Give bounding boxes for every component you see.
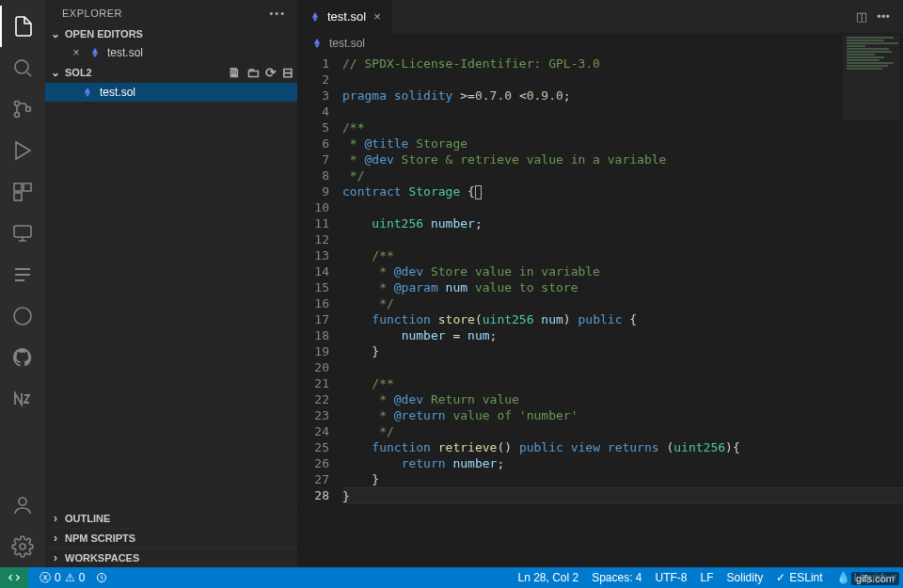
watermark: gifs.com — [851, 572, 899, 585]
chevron-right-icon: › — [49, 512, 62, 525]
solidity-file-icon — [81, 86, 94, 99]
refresh-icon[interactable]: ⟳ — [265, 65, 277, 80]
svg-rect-5 — [24, 183, 31, 191]
status-spaces[interactable]: Spaces: 4 — [592, 571, 642, 584]
explorer-title: EXPLORER — [62, 8, 122, 19]
collapse-icon[interactable]: ⊟ — [282, 65, 293, 80]
error-icon: ⓧ — [40, 570, 51, 586]
settings-gear-icon[interactable] — [0, 526, 45, 567]
svg-point-1 — [15, 102, 20, 106]
workspaces-label: WORKSPACES — [65, 552, 139, 564]
activity-bar — [0, 0, 45, 567]
svg-rect-7 — [14, 226, 31, 237]
chevron-down-icon: ⌄ — [49, 27, 62, 40]
solidity-icon[interactable] — [0, 295, 45, 337]
new-file-icon[interactable]: 🗎 — [228, 65, 241, 80]
status-language[interactable]: Solidity — [727, 571, 764, 584]
remote-explorer-icon[interactable] — [0, 213, 45, 254]
svg-point-2 — [15, 113, 20, 118]
code-editor[interactable]: 1234567891011121314151617181920212223242… — [297, 54, 903, 567]
github-icon[interactable] — [0, 337, 45, 378]
chevron-down-icon: ⌄ — [49, 66, 62, 79]
explorer-more-icon[interactable]: ••• — [269, 8, 286, 19]
npm-scripts-label: NPM SCRIPTS — [65, 532, 135, 544]
svg-point-0 — [15, 60, 28, 73]
minimap[interactable] — [843, 36, 899, 120]
npm-scripts-section[interactable]: › NPM SCRIPTS — [45, 528, 297, 548]
file-name-label: test.sol — [100, 86, 135, 99]
status-problems[interactable]: ⓧ0 ⚠0 — [40, 570, 85, 586]
editor-tab[interactable]: test.sol × — [297, 0, 393, 33]
open-editors-label: OPEN EDITORS — [65, 28, 143, 40]
n2-icon[interactable] — [0, 378, 45, 420]
svg-rect-4 — [14, 183, 22, 191]
breadcrumb[interactable]: test.sol — [297, 33, 903, 54]
solidity-file-icon — [309, 10, 322, 24]
status-eol[interactable]: LF — [701, 571, 714, 584]
run-icon[interactable] — [0, 130, 45, 171]
status-ports[interactable] — [96, 572, 107, 583]
outline-label: OUTLINE — [65, 513, 110, 524]
outline-section[interactable]: › OUTLINE — [45, 508, 297, 528]
svg-point-9 — [19, 498, 26, 505]
search-icon[interactable] — [0, 47, 45, 88]
folder-section[interactable]: ⌄ SOL2 🗎 🗀 ⟳ ⊟ — [45, 62, 297, 83]
split-editor-icon[interactable]: ◫ — [856, 9, 867, 24]
warning-icon: ⚠ — [65, 571, 75, 584]
svg-point-3 — [26, 107, 31, 112]
account-icon[interactable] — [0, 485, 45, 526]
status-eslint[interactable]: ✓ESLint — [776, 571, 822, 584]
open-editors-section[interactable]: ⌄ OPEN EDITORS — [45, 24, 297, 43]
chevron-right-icon: › — [49, 551, 62, 564]
open-editor-item[interactable]: × test.sol — [45, 43, 297, 62]
tab-more-icon[interactable]: ••• — [877, 9, 890, 24]
tab-title: test.sol — [327, 9, 366, 24]
status-lncol[interactable]: Ln 28, Col 2 — [517, 571, 578, 584]
status-bar: ⓧ0 ⚠0 Ln 28, Col 2 Spaces: 4 UTF-8 LF So… — [0, 567, 903, 588]
check-icon: ✓ — [776, 571, 785, 584]
new-folder-icon[interactable]: 🗀 — [246, 65, 260, 80]
remote-indicator[interactable] — [0, 567, 28, 588]
status-encoding[interactable]: UTF-8 — [656, 571, 688, 584]
svg-point-10 — [20, 544, 25, 549]
close-tab-icon[interactable]: × — [372, 9, 383, 24]
file-tree-item[interactable]: test.sol — [45, 83, 297, 102]
close-icon[interactable]: × — [70, 46, 83, 59]
folder-label: SOL2 — [65, 67, 92, 78]
files-icon[interactable] — [0, 6, 45, 47]
chevron-right-icon: › — [49, 532, 62, 545]
svg-point-8 — [14, 308, 31, 325]
svg-rect-6 — [14, 193, 22, 200]
droplet-icon: 💧 — [836, 571, 850, 584]
editor-area: test.sol × ◫ ••• test.sol 12345678910111… — [297, 0, 903, 567]
workspaces-section[interactable]: › WORKSPACES — [45, 548, 297, 567]
breadcrumb-item: test.sol — [329, 37, 365, 50]
solidity-file-icon — [310, 37, 324, 50]
list-icon[interactable] — [0, 254, 45, 295]
file-name-label: test.sol — [107, 46, 143, 59]
explorer-sidebar: EXPLORER ••• ⌄ OPEN EDITORS × test.sol ⌄… — [45, 0, 297, 567]
tab-bar: test.sol × ◫ ••• — [297, 0, 903, 33]
solidity-file-icon — [88, 46, 102, 59]
source-control-icon[interactable] — [0, 88, 45, 130]
extensions-icon[interactable] — [0, 171, 45, 213]
